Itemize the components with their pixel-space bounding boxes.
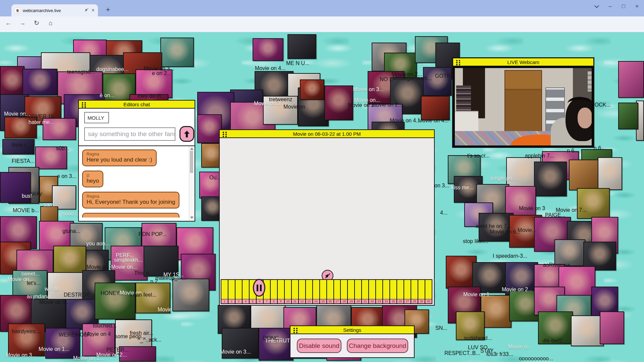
timeline-segment[interactable]: 23 [376,279,383,304]
timeline-segment[interactable]: 28 [411,279,418,304]
timeline-segment[interactable]: 8 [271,279,278,304]
timeline-segment[interactable]: 12 [299,279,306,304]
movie-titlebar[interactable]: Movie on 06-03-22 at 1.00 PM [220,130,434,138]
timeline-segment[interactable]: 27 [404,279,411,304]
thumbnail-caption: applebin 7... [525,153,554,159]
chat-titlebar[interactable]: Editors chat [79,101,195,109]
timeline-segment[interactable]: 10 [285,279,292,304]
thumbnail-caption: PAIGE... [545,212,566,218]
thumbnail-caption: FIESTA... [12,158,35,164]
chat-message-text: heyo [87,178,99,184]
thumbnail-caption: Movie o... [508,344,531,350]
webcam-thumbnail[interactable] [571,315,604,346]
chat-message-text: Hi, Everyone! Thank you for joining [87,199,175,205]
timeline-segment[interactable]: 29 [418,279,425,304]
timeline-segment-number: 28 [411,299,418,303]
thumbnail-caption: teenagts6... [67,69,95,75]
drag-handle-icon[interactable] [81,102,87,108]
close-button[interactable]: × [635,3,639,10]
scrollbar-thumb[interactable] [190,151,193,173]
webcam-thumbnail[interactable] [253,38,283,61]
timeline-segment[interactable]: 21 [362,279,369,304]
webcam-thumbnail[interactable] [259,328,293,361]
minimize-button[interactable]: – [608,3,611,10]
chat-message-input[interactable] [84,127,175,141]
timeline-segment[interactable]: 26 [397,279,404,304]
timeline-segment[interactable]: 11 [292,279,299,304]
thumbnail-caption: ME N U... [286,60,309,66]
timeline-segment[interactable]: 24 [383,279,390,304]
chat-message-text: Here you loud and clear :) [87,157,152,163]
webcam-thumbnail[interactable] [40,206,58,222]
timeline-segment-number: 29 [418,299,425,303]
thumbnail-caption: Movie... [518,227,536,233]
change-background-button[interactable]: Change background [347,339,408,353]
timeline-segment[interactable]: 30 [425,279,432,304]
thumbnail-caption: alent he on 7... [476,223,511,229]
webcam-thumbnail[interactable] [160,38,194,67]
timeline-segment[interactable]: 1 [221,279,228,304]
timeline-segment[interactable]: 22 [369,279,376,304]
timeline-segment[interactable]: 9 [278,279,285,304]
webcam-thumbnail[interactable] [421,96,450,120]
thumbnail-caption: DISCOVER 15... [18,114,58,120]
webcam-thumbnail[interactable] [618,61,644,98]
timeline-segment[interactable]: 18 [341,279,348,304]
maximize-button[interactable]: □ [622,3,625,10]
timeline-segment[interactable]: 17 [334,279,341,304]
webcam-thumbnail[interactable] [481,295,512,328]
tab-close-icon[interactable]: × [92,8,95,13]
back-icon[interactable]: ← [4,19,13,27]
forward-icon[interactable]: → [18,19,27,27]
send-arrow-icon [183,130,190,138]
webcam-thumbnail[interactable] [534,162,567,196]
webcam-thumbnail[interactable] [197,114,222,143]
webcam-video-feed[interactable] [453,66,593,147]
scroll-down-icon[interactable] [190,217,194,219]
timeline-segment[interactable]: 13 [306,279,313,304]
webcam-thumbnail[interactable] [600,311,624,344]
chat-scrollbar[interactable] [189,146,194,220]
browser-tab[interactable]: webcamarchive.live × [11,4,98,16]
scroll-up-icon[interactable] [190,147,194,150]
timeline-segment[interactable]: 16 [327,279,334,304]
movie-pause-button[interactable] [253,279,265,297]
movie-video-area[interactable]: 1234567891011121314151617181920212223242… [220,138,434,305]
webcam-thumbnail[interactable] [172,279,209,311]
webcam-thumbnail[interactable] [287,34,316,59]
settings-titlebar[interactable]: Settings [290,326,414,334]
chat-name-input[interactable] [84,112,109,123]
chat-send-button[interactable] [179,126,194,142]
webcam-thumbnail[interactable] [618,103,638,129]
drag-handle-icon[interactable] [455,59,461,65]
settings-window: Settings Disable sound Change background [290,325,415,358]
timeline-segment[interactable]: 14 [313,279,320,304]
webcam-thumbnail[interactable] [569,160,602,190]
timeline-segment[interactable]: 3 [235,279,243,304]
webcam-thumbnail[interactable] [577,188,610,219]
webcam-thumbnail[interactable] [22,69,57,96]
webcam-thumbnail[interactable] [95,283,136,319]
timeline-segment[interactable]: 25 [390,279,397,304]
webcam-thumbnail[interactable] [53,246,86,275]
tab-audio-muted-icon[interactable] [85,7,89,13]
webcam-thumbnail[interactable] [201,143,222,168]
webcam-thumbnail[interactable] [300,79,324,100]
timeline-segment[interactable]: 2 [228,279,235,304]
home-icon[interactable]: ⌂ [46,19,55,27]
drag-handle-icon[interactable] [222,131,227,137]
chevron-down-icon[interactable] [594,3,599,8]
thumbnail-caption: n 2... [150,279,162,285]
webcam-thumbnail[interactable] [598,157,622,190]
reload-icon[interactable]: ↻ [32,19,41,27]
webcam-thumbnail[interactable] [423,67,452,96]
new-tab-button[interactable]: + [103,5,113,15]
timeline-segment[interactable]: 19 [348,279,355,304]
thumbnail-caption: MOVIE b... [13,207,39,214]
timeline-segment[interactable]: 15 [320,279,327,304]
timeline-segment[interactable]: 20 [355,279,362,304]
webcam-titlebar[interactable]: LIVE Webcam [453,58,593,66]
disable-sound-button[interactable]: Disable sound [297,339,341,353]
timeline-segment[interactable]: 4 [243,279,250,304]
drag-handle-icon[interactable] [292,327,298,333]
